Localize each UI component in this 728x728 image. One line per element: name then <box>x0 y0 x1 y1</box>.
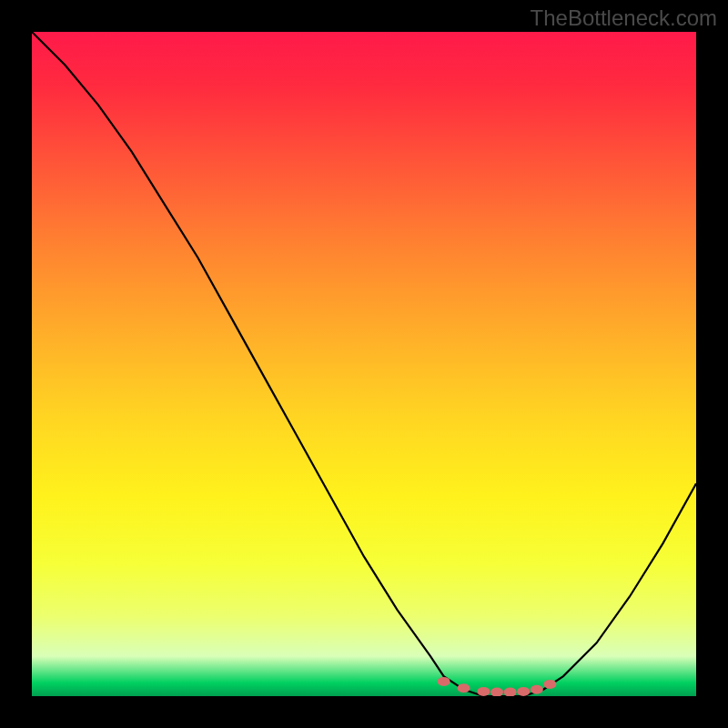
marker-dot <box>477 687 490 696</box>
chart-plot-area <box>32 32 696 696</box>
marker-dot <box>504 688 517 696</box>
marker-dot <box>543 680 556 689</box>
marker-dot <box>490 688 503 696</box>
watermark-text: TheBottleneck.com <box>531 5 717 31</box>
bottleneck-curve <box>32 32 696 696</box>
marker-dot <box>458 683 470 693</box>
marker-dot <box>531 685 543 694</box>
marker-group <box>438 677 557 696</box>
marker-dot <box>438 677 450 686</box>
chart-svg <box>32 32 696 696</box>
marker-dot <box>517 687 530 696</box>
